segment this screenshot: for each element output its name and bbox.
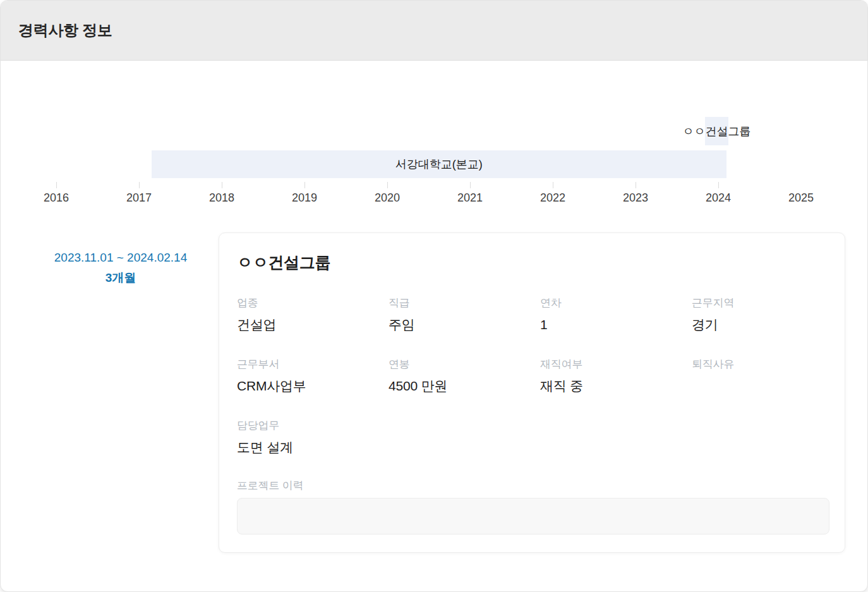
axis-year-label: 2022 bbox=[540, 191, 565, 205]
career-field-value: 건설업 bbox=[237, 316, 389, 334]
career-field: 재직여부재직 중 bbox=[540, 358, 692, 395]
career-field: 업종건설업 bbox=[237, 296, 389, 334]
career-field-value: CRM사업부 bbox=[237, 377, 389, 395]
career-field: 근무지역경기 bbox=[692, 296, 843, 334]
timeline-bar[interactable]: 서강대학교(본교) bbox=[152, 150, 726, 178]
career-field-value: 1 bbox=[540, 316, 692, 334]
axis-year-label: 2021 bbox=[457, 191, 483, 205]
career-field-label: 연봉 bbox=[389, 358, 540, 372]
career-field: 연봉4500 만원 bbox=[389, 358, 540, 395]
career-detail-card: ㅇㅇ건설그룹 업종건설업직급주임연차1근무지역경기근무부서CRM사업부연봉450… bbox=[219, 233, 845, 553]
timeline-bar-label: ㅇㅇ건설그룹 bbox=[682, 124, 750, 139]
axis-tick bbox=[304, 182, 305, 188]
career-field: 근무부서CRM사업부 bbox=[237, 358, 389, 395]
project-history-input[interactable] bbox=[237, 498, 829, 535]
career-field-label: 업종 bbox=[237, 296, 389, 310]
career-field-label: 직급 bbox=[389, 296, 540, 310]
axis-year-label: 2018 bbox=[209, 191, 234, 205]
career-field-label: 퇴직사유 bbox=[692, 358, 843, 372]
axis-year-label: 2023 bbox=[623, 191, 648, 205]
career-field-value: 경기 bbox=[692, 316, 843, 334]
panel-header: 경력사항 정보 bbox=[1, 1, 867, 61]
career-period-range: 2023.11.01 ~ 2024.02.14 bbox=[26, 250, 215, 265]
career-field-label: 연차 bbox=[540, 296, 692, 310]
career-field-value: 4500 만원 bbox=[389, 377, 540, 395]
project-history-label: 프로젝트 이력 bbox=[237, 479, 835, 493]
axis-tick bbox=[636, 182, 636, 188]
career-field-label: 재직여부 bbox=[540, 358, 692, 372]
career-field: 연차1 bbox=[540, 296, 692, 334]
career-field-label: 담당업무 bbox=[237, 419, 389, 433]
axis-year-label: 2019 bbox=[292, 191, 317, 205]
career-period: 2023.11.01 ~ 2024.02.14 3개월 bbox=[26, 250, 215, 286]
axis-year-label: 2017 bbox=[126, 191, 152, 205]
axis-tick bbox=[718, 182, 719, 188]
axis-tick bbox=[553, 182, 553, 188]
axis-year-label: 2025 bbox=[788, 191, 814, 205]
career-info-panel: 경력사항 정보 20162017201820192020202120222023… bbox=[0, 0, 868, 592]
axis-year-label: 2016 bbox=[44, 191, 69, 205]
career-field: 담당업무도면 설계 bbox=[237, 419, 389, 456]
career-field: 직급주임 bbox=[389, 296, 540, 334]
career-field-value: 도면 설계 bbox=[237, 438, 389, 456]
axis-tick bbox=[139, 182, 140, 188]
career-field-label: 근무지역 bbox=[692, 296, 843, 310]
career-field: 퇴직사유 bbox=[692, 358, 843, 395]
career-period-duration: 3개월 bbox=[26, 270, 215, 286]
axis-tick bbox=[56, 182, 57, 188]
company-name: ㅇㅇ건설그룹 bbox=[237, 252, 835, 272]
axis-year-label: 2020 bbox=[375, 191, 400, 205]
career-field-grid: 업종건설업직급주임연차1근무지역경기근무부서CRM사업부연봉4500 만원재직여… bbox=[237, 296, 835, 456]
career-field-value: 재직 중 bbox=[540, 377, 692, 395]
timeline-bar[interactable]: ㅇㅇ건설그룹 bbox=[705, 117, 728, 145]
panel-content: 2016201720182019202020212022202320242025… bbox=[1, 61, 867, 592]
timeline-bar-label: 서강대학교(본교) bbox=[395, 157, 483, 172]
career-field-label: 근무부서 bbox=[237, 358, 389, 372]
panel-title: 경력사항 정보 bbox=[18, 20, 112, 40]
axis-tick bbox=[387, 182, 388, 188]
career-field-value: 주임 bbox=[389, 316, 540, 334]
axis-tick bbox=[222, 182, 222, 188]
career-field-value bbox=[692, 377, 843, 395]
axis-tick bbox=[470, 182, 471, 188]
axis-year-label: 2024 bbox=[706, 191, 731, 205]
